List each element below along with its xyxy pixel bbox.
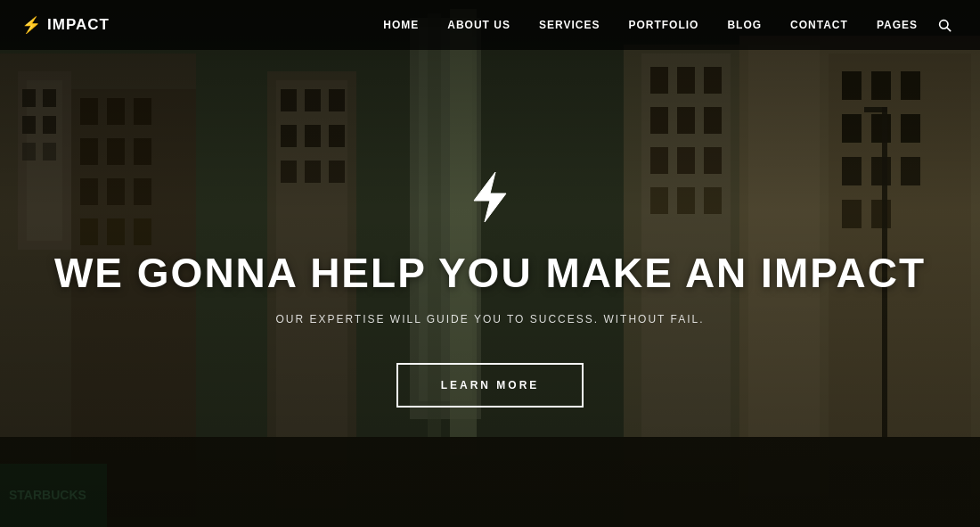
- nav-link-contact[interactable]: CONTACT: [778, 12, 861, 38]
- nav-menu: HOME ABOUT US SERVICES PORTFOLIO BLOG CO…: [371, 12, 930, 38]
- hero-bolt-icon: [467, 170, 513, 231]
- navbar: ⚡ IMPACT HOME ABOUT US SERVICES PORTFOLI…: [0, 0, 980, 50]
- brand-bolt-icon: ⚡: [21, 15, 42, 35]
- nav-link-about[interactable]: ABOUT US: [435, 12, 523, 38]
- hero-content: WE GONNA HELP YOU MAKE AN IMPACT OUR EXP…: [0, 0, 980, 527]
- nav-item-blog[interactable]: BLOG: [715, 12, 774, 38]
- learn-more-button[interactable]: LEARN MORE: [396, 363, 584, 408]
- hero-title: WE GONNA HELP YOU MAKE AN IMPACT: [54, 249, 926, 297]
- nav-link-blog[interactable]: BLOG: [715, 12, 774, 38]
- nav-link-pages[interactable]: PAGES: [864, 12, 930, 38]
- nav-link-portfolio[interactable]: PORTFOLIO: [616, 12, 711, 38]
- nav-item-home[interactable]: HOME: [371, 12, 431, 38]
- brand-name: IMPACT: [47, 16, 110, 34]
- nav-item-contact[interactable]: CONTACT: [778, 12, 861, 38]
- nav-link-services[interactable]: SERVICES: [527, 12, 612, 38]
- brand-logo[interactable]: ⚡ IMPACT: [21, 15, 110, 35]
- nav-item-pages[interactable]: PAGES: [864, 12, 930, 38]
- hero-section: STARBUCKS ⚡ IMPACT HOME ABOUT US SERVICE…: [0, 0, 980, 527]
- search-icon[interactable]: [930, 11, 959, 39]
- nav-link-home[interactable]: HOME: [371, 12, 431, 38]
- hero-subtitle: OUR EXPERTISE WILL GUIDE YOU TO SUCCESS.…: [275, 313, 704, 325]
- nav-item-portfolio[interactable]: PORTFOLIO: [616, 12, 711, 38]
- nav-item-about[interactable]: ABOUT US: [435, 12, 523, 38]
- svg-line-74: [947, 28, 951, 31]
- nav-item-services[interactable]: SERVICES: [527, 12, 612, 38]
- svg-marker-75: [474, 172, 506, 222]
